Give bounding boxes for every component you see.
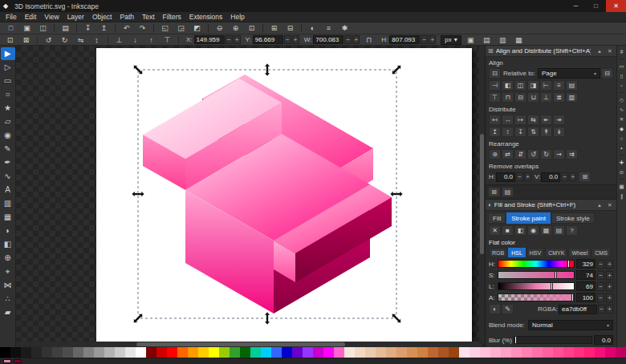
star-tool[interactable]: ★ bbox=[1, 102, 15, 115]
menu-item[interactable]: Object bbox=[88, 12, 116, 22]
width-increment-button[interactable]: + bbox=[352, 35, 360, 44]
palette-swatch[interactable] bbox=[376, 347, 386, 358]
align-left-button[interactable]: ◧ bbox=[502, 80, 514, 91]
snap-bbox-edges-toggle[interactable]: ▯ bbox=[617, 71, 626, 80]
rgba-decrement[interactable]: − bbox=[598, 305, 605, 313]
save-button[interactable]: ◫ bbox=[35, 23, 51, 34]
ellipse-tool[interactable]: ○ bbox=[1, 88, 15, 101]
palette-swatch[interactable] bbox=[31, 347, 42, 358]
fill-stroke-collapse-button[interactable]: ▴ bbox=[596, 201, 604, 209]
no-paint-button[interactable]: ✕ bbox=[489, 225, 501, 236]
palette-swatch[interactable] bbox=[73, 347, 83, 358]
tab-fill[interactable]: Fill bbox=[488, 212, 506, 224]
align-panel-close-button[interactable]: ✕ bbox=[606, 47, 614, 55]
palette-swatch[interactable] bbox=[595, 347, 605, 358]
palette-swatch[interactable] bbox=[209, 347, 219, 358]
rotate-cw-button[interactable]: ↻ bbox=[57, 34, 72, 45]
exchange-selection-order-button[interactable]: ⇄ bbox=[502, 149, 514, 160]
alpha-decrement[interactable]: − bbox=[597, 293, 604, 302]
mesh-tool[interactable]: ▦ bbox=[1, 211, 15, 224]
align-panel-collapse-button[interactable]: ▴ bbox=[596, 47, 604, 55]
selector-tool[interactable]: ▶ bbox=[1, 47, 15, 60]
lightness-decrement[interactable]: − bbox=[597, 282, 604, 291]
exchange-stacking-order-button[interactable]: ⇵ bbox=[514, 149, 526, 160]
swatch-button[interactable]: ▤ bbox=[553, 225, 565, 236]
spiral-tool[interactable]: ◉ bbox=[1, 129, 15, 142]
eraser-tool[interactable]: ▰ bbox=[1, 306, 15, 319]
palette-swatch[interactable] bbox=[616, 347, 626, 358]
palette-swatch[interactable] bbox=[522, 347, 532, 358]
palette-swatch[interactable] bbox=[219, 347, 230, 358]
ungroup-button[interactable]: ⊟ bbox=[283, 23, 298, 34]
palette-swatch[interactable] bbox=[532, 347, 543, 358]
text-tool[interactable]: A bbox=[1, 184, 15, 196]
rotate-ccw-button[interactable]: ↺ bbox=[41, 34, 56, 45]
snap-midpoints-toggle[interactable]: • bbox=[617, 144, 626, 152]
palette-swatch[interactable] bbox=[334, 347, 344, 358]
palette-swatch[interactable] bbox=[490, 347, 501, 358]
width-decrement-button[interactable]: − bbox=[344, 35, 352, 44]
saturation-decrement[interactable]: − bbox=[597, 271, 604, 280]
dock-tab-objects[interactable]: ▤ bbox=[502, 187, 514, 197]
palette-swatch[interactable] bbox=[428, 347, 438, 358]
palette-swatch[interactable] bbox=[94, 347, 104, 358]
palette-swatch[interactable] bbox=[198, 347, 209, 358]
palette-swatch[interactable] bbox=[355, 347, 365, 358]
h-gap-increment[interactable]: + bbox=[524, 172, 531, 181]
align-dialog-button[interactable]: ≡ bbox=[321, 23, 336, 34]
align-top-out-button[interactable]: ⊤ bbox=[489, 92, 501, 103]
snap-others-toggle[interactable]: ✚ bbox=[617, 158, 626, 167]
move-as-group-toggle[interactable]: ⊟ bbox=[601, 68, 613, 79]
snap-intersections-toggle[interactable]: ✕ bbox=[617, 115, 626, 123]
align-right-out-button[interactable]: ⊢ bbox=[540, 80, 552, 91]
vertical-scrollbar[interactable] bbox=[479, 46, 485, 342]
scale-handle-s[interactable] bbox=[265, 312, 270, 325]
palette-swatch[interactable] bbox=[407, 347, 417, 358]
palette-swatch[interactable] bbox=[574, 347, 584, 358]
palette-swatch[interactable] bbox=[459, 347, 470, 358]
menu-item[interactable]: Path bbox=[116, 12, 138, 22]
dropper-tool[interactable]: ◗ bbox=[1, 224, 15, 237]
x-increment-button[interactable]: + bbox=[234, 35, 241, 44]
palette-swatch[interactable] bbox=[396, 347, 407, 358]
align-top-button[interactable]: ⊓ bbox=[502, 92, 514, 103]
blend-mode-dropdown[interactable]: Normal ▾ bbox=[528, 320, 613, 330]
hue-decrement[interactable]: − bbox=[597, 260, 604, 269]
lightness-input[interactable] bbox=[576, 281, 596, 291]
palette-swatch[interactable] bbox=[271, 347, 282, 358]
menu-item[interactable]: Extensions bbox=[185, 12, 227, 22]
snap-bbox-corners-toggle[interactable]: ▫ bbox=[617, 81, 626, 90]
palette-swatch[interactable] bbox=[125, 347, 136, 358]
palette-swatch[interactable] bbox=[292, 347, 303, 358]
tab-wheel[interactable]: Wheel bbox=[568, 248, 591, 257]
palette-swatch[interactable] bbox=[449, 347, 459, 358]
zoom-page-button[interactable]: ⊡ bbox=[244, 23, 259, 34]
palette-swatch[interactable] bbox=[605, 347, 616, 358]
distribute-centers-v-button[interactable]: ↕ bbox=[502, 127, 514, 137]
tab-hsv[interactable]: HSV bbox=[526, 248, 544, 257]
palette-swatch[interactable] bbox=[0, 347, 10, 358]
distribute-gaps-h-button[interactable]: ⇆ bbox=[527, 115, 539, 125]
menu-item[interactable]: View bbox=[40, 12, 63, 22]
alpha-input[interactable] bbox=[576, 293, 596, 302]
isometric-object[interactable] bbox=[143, 75, 392, 313]
blur-input[interactable] bbox=[594, 335, 613, 345]
center-vertical-axis-button[interactable]: ◫ bbox=[514, 80, 526, 91]
hue-increment[interactable]: + bbox=[606, 260, 613, 269]
palette-swatch[interactable] bbox=[563, 347, 574, 358]
align-left-out-button[interactable]: ⊣ bbox=[489, 80, 501, 91]
group-button[interactable]: ⊞ bbox=[266, 23, 282, 34]
fill-stroke-dialog-button[interactable]: ◐ bbox=[305, 23, 320, 34]
export-button[interactable]: ↥ bbox=[96, 23, 112, 34]
palette-swatch[interactable] bbox=[83, 347, 94, 358]
palette-swatch[interactable] bbox=[480, 347, 490, 358]
flip-vertical-button[interactable]: ↨ bbox=[89, 34, 104, 45]
lower-to-bottom-button[interactable]: ⊥ bbox=[112, 34, 127, 45]
deselect-button[interactable]: ⊠ bbox=[18, 34, 34, 45]
palette-swatch[interactable] bbox=[511, 347, 522, 358]
align-baselines-v-button[interactable]: ▥ bbox=[566, 92, 578, 103]
align-right-button[interactable]: ◨ bbox=[527, 80, 539, 91]
palette-swatch[interactable] bbox=[501, 347, 511, 358]
rotate-90-ccw-button[interactable]: ↺ bbox=[527, 149, 539, 160]
palette-swatch[interactable] bbox=[167, 347, 177, 358]
